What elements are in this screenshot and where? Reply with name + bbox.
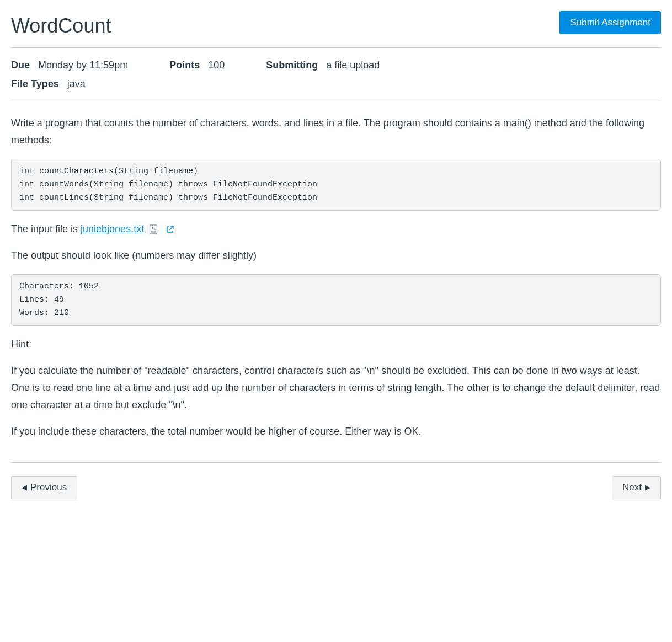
hint-paragraph-2: If you include these characters, the tot…: [11, 423, 661, 440]
meta-submitting-value: a file upload: [326, 60, 380, 71]
sample-output-code: Characters: 1052 Lines: 49 Words: 210: [11, 274, 661, 326]
intro-paragraph: Write a program that counts the number o…: [11, 115, 661, 148]
meta-filetypes-label: File Types: [11, 78, 59, 89]
meta-submitting-label: Submitting: [266, 60, 318, 71]
hint-paragraph-1: If you calculate the number of "readable…: [11, 362, 661, 413]
header: WordCount Submit Assignment: [11, 11, 661, 48]
meta-due-label: Due: [11, 60, 30, 71]
chevron-left-icon: ◀: [22, 483, 27, 491]
nav-footer: ◀ Previous Next ▶: [11, 462, 661, 499]
input-file-link[interactable]: juniebjones.txt: [81, 223, 144, 234]
meta-due: Due Monday by 11:59pm: [11, 60, 131, 71]
meta-filetypes-value: java: [67, 78, 86, 89]
meta-points-label: Points: [169, 60, 200, 71]
submit-assignment-button[interactable]: Submit Assignment: [559, 11, 661, 34]
input-file-paragraph: The input file is juniebjones.txt: [11, 221, 661, 238]
input-file-prefix: The input file is: [11, 223, 81, 234]
hint-label: Hint:: [11, 336, 661, 353]
next-button[interactable]: Next ▶: [612, 476, 661, 499]
output-intro-paragraph: The output should look like (numbers may…: [11, 247, 661, 264]
chevron-right-icon: ▶: [645, 483, 650, 491]
meta-file-types: File Types java: [11, 78, 86, 89]
method-signatures-code: int countCharacters(String filename) int…: [11, 159, 661, 211]
external-link-icon: [163, 226, 174, 233]
meta-submitting: Submitting a file upload: [266, 60, 380, 71]
meta-points: Points 100: [169, 60, 227, 71]
previous-label: Previous: [30, 482, 67, 493]
page-title: WordCount: [11, 11, 111, 41]
meta-points-value: 100: [208, 60, 225, 71]
previous-button[interactable]: ◀ Previous: [11, 476, 77, 499]
meta-due-value: Monday by 11:59pm: [38, 60, 128, 71]
next-label: Next: [622, 482, 642, 493]
assignment-content: Write a program that counts the number o…: [11, 101, 661, 440]
document-preview-icon[interactable]: [149, 224, 158, 234]
assignment-meta: Due Monday by 11:59pm Points 100 Submitt…: [11, 48, 661, 101]
